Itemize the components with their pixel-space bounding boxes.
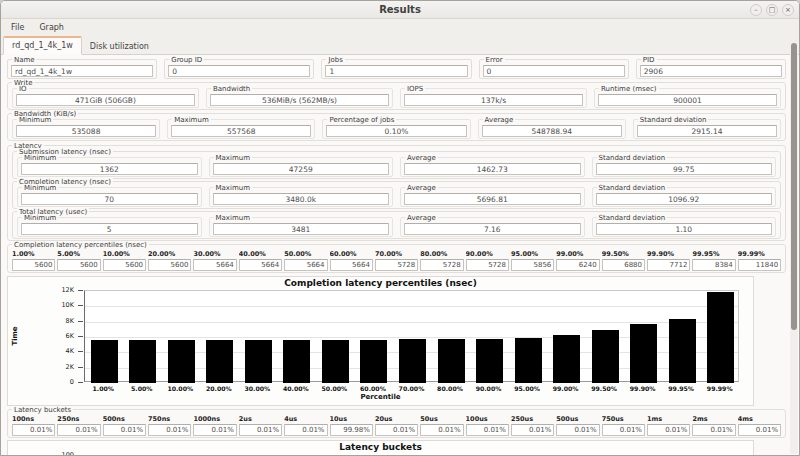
entry-percentage-of-jobs[interactable]: 0.10% (326, 125, 466, 137)
entry-error[interactable]: 0 (483, 65, 625, 77)
minimize-icon[interactable]: – (750, 4, 762, 16)
menu-graph[interactable]: Graph (39, 23, 64, 32)
field-name: Namerd_qd_1_4k_1w (7, 59, 157, 79)
entry-standard-deviation[interactable]: 1.10 (596, 223, 773, 235)
entry-4us[interactable]: 0.01% (284, 424, 327, 436)
window-controls: – □ × (750, 4, 794, 16)
entry-250ns[interactable]: 0.01% (57, 424, 100, 436)
entry-40-00[interactable]: 5664 (239, 259, 282, 271)
entry-maximum[interactable]: 3480.0k (213, 193, 390, 205)
entry-5-00[interactable]: 5600 (57, 259, 100, 271)
field-minimum: Minimum1362 (17, 157, 202, 177)
column-header-500us: 500us (556, 415, 599, 423)
column-header-80-00: 80.00% (420, 250, 463, 258)
entry-1-00[interactable]: 5600 (12, 259, 55, 271)
vertical-scrollbar[interactable] (790, 38, 798, 454)
entry-50us[interactable]: 0.01% (420, 424, 463, 436)
completion-latency-percentiles-chart: Completion latency percentiles (nsec)Tim… (7, 276, 754, 406)
entry-500us[interactable]: 0.01% (556, 424, 599, 436)
entry-99-50[interactable]: 6880 (602, 259, 645, 271)
entry-group-id[interactable]: 0 (168, 65, 310, 77)
close-icon[interactable]: × (782, 4, 794, 16)
entry-10-00[interactable]: 5600 (103, 259, 146, 271)
entry-70-00[interactable]: 5728 (375, 259, 418, 271)
tab-disk-utilization[interactable]: Disk utilization (82, 39, 157, 55)
entry-1ms[interactable]: 0.01% (647, 424, 690, 436)
entry-30-00[interactable]: 5664 (193, 259, 236, 271)
entry-iops[interactable]: 137k/s (404, 94, 583, 106)
entry-90-00[interactable]: 5728 (466, 259, 509, 271)
entry-10us[interactable]: 99.98% (330, 424, 373, 436)
entry-750ns[interactable]: 0.01% (148, 424, 191, 436)
entry-maximum[interactable]: 557568 (171, 125, 311, 137)
field-minimum: Minimum5 (17, 217, 202, 237)
entry-20us[interactable]: 0.01% (375, 424, 418, 436)
field-label-group-id: Group ID (169, 56, 204, 64)
column-header-5-00: 5.00% (57, 250, 100, 258)
column-500ns: 500ns0.01% (103, 415, 146, 436)
y-tick-label: 6K (8, 333, 74, 340)
menu-file[interactable]: File (11, 23, 24, 32)
entry-4ms[interactable]: 0.01% (738, 424, 781, 436)
entry-average[interactable]: 5696.81 (404, 193, 581, 205)
entry-minimum[interactable]: 535088 (16, 125, 156, 137)
field-label-pid: PID (641, 56, 657, 64)
field-label-maximum: Maximum (172, 116, 211, 124)
column-header-50-00: 50.00% (284, 250, 327, 258)
entry-average[interactable]: 1462.73 (404, 163, 581, 175)
entry-standard-deviation[interactable]: 1096.92 (596, 193, 773, 205)
entry-standard-deviation[interactable]: 2915.14 (637, 125, 777, 137)
entry-bandwidth[interactable]: 536MiB/s (562MB/s) (210, 94, 389, 106)
entry-100ns[interactable]: 0.01% (12, 424, 55, 436)
entry-99-95[interactable]: 8384 (692, 259, 735, 271)
entry-99-99[interactable]: 11840 (738, 259, 781, 271)
entry-50-00[interactable]: 5664 (284, 259, 327, 271)
tab-job-rd-qd-1-4k-1w[interactable]: rd_qd_1_4k_1w (3, 36, 82, 55)
entry-minimum[interactable]: 5 (21, 223, 198, 235)
entry-average[interactable]: 548788.94 (482, 125, 622, 137)
chart-title: Completion latency percentiles (nsec) (8, 278, 753, 288)
entry-80-00[interactable]: 5728 (420, 259, 463, 271)
entry-250us[interactable]: 0.01% (511, 424, 554, 436)
column-header-30-00: 30.00% (193, 250, 236, 258)
field-label-runtime-msec: Runtime (msec) (599, 85, 659, 93)
entry-maximum[interactable]: 3481 (213, 223, 390, 235)
entry-95-00[interactable]: 5856 (511, 259, 554, 271)
y-tick-mark (78, 290, 83, 291)
entry-99-00[interactable]: 6240 (556, 259, 599, 271)
entry-60-00[interactable]: 5664 (330, 259, 373, 271)
entry-io[interactable]: 471GiB (506GB) (16, 94, 195, 106)
entry-99-90[interactable]: 7712 (647, 259, 690, 271)
percentiles-section-label: Completion latency percentiles (nsec) (12, 241, 149, 249)
entry-jobs[interactable]: 1 (325, 65, 467, 77)
y-tick-label: 4K (8, 348, 74, 355)
entry-pid[interactable]: 2906 (640, 65, 782, 77)
field-jobs: Jobs1 (321, 59, 471, 79)
entry-average[interactable]: 7.16 (404, 223, 581, 235)
entry-2us[interactable]: 0.01% (239, 424, 282, 436)
entry-750us[interactable]: 0.01% (602, 424, 645, 436)
entry-20-00[interactable]: 5600 (148, 259, 191, 271)
total-latency-row: Minimum5Maximum3481Average7.16Standard d… (17, 217, 776, 237)
maximize-icon[interactable]: □ (766, 4, 778, 16)
entry-1000ns[interactable]: 0.01% (193, 424, 236, 436)
entry-name[interactable]: rd_qd_1_4k_1w (11, 65, 153, 77)
field-average: Average5696.81 (400, 187, 585, 207)
field-average: Average7.16 (400, 217, 585, 237)
entry-minimum[interactable]: 1362 (21, 163, 198, 175)
entry-standard-deviation[interactable]: 99.75 (596, 163, 773, 175)
field-label-jobs: Jobs (326, 56, 344, 64)
entry-minimum[interactable]: 70 (21, 193, 198, 205)
column-header-2us: 2us (239, 415, 282, 423)
titlebar[interactable]: Results – □ × (1, 1, 799, 19)
entry-maximum[interactable]: 47259 (213, 163, 390, 175)
bar-70-00 (399, 339, 426, 383)
entry-100us[interactable]: 0.01% (466, 424, 509, 436)
chart-title: Latency buckets (8, 442, 753, 452)
field-label-name: Name (12, 56, 37, 64)
entry-2ms[interactable]: 0.01% (692, 424, 735, 436)
scrollbar-thumb[interactable] (791, 43, 797, 330)
column-header-100us: 100us (466, 415, 509, 423)
entry-500ns[interactable]: 0.01% (103, 424, 146, 436)
entry-runtime-msec[interactable]: 900001 (598, 94, 777, 106)
